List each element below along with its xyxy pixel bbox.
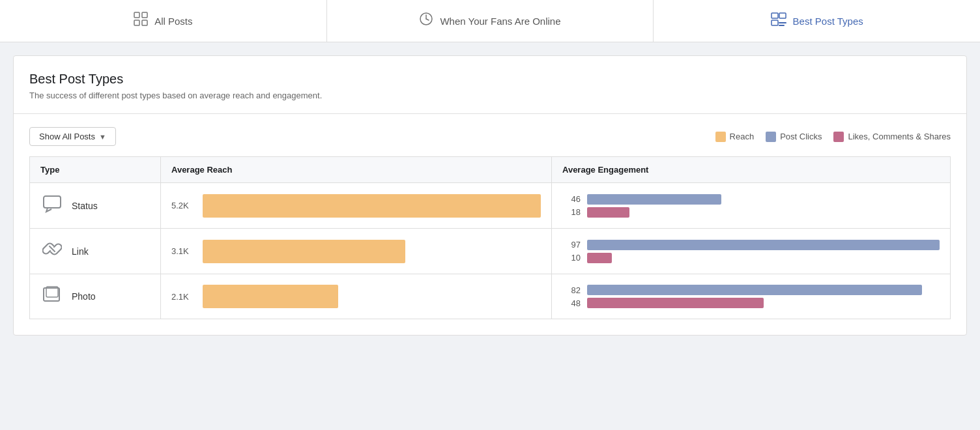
likes-row: 10 bbox=[562, 253, 940, 263]
tab-best-post-types[interactable]: Best Post Types bbox=[654, 0, 980, 42]
likes-bar-wrap bbox=[587, 253, 940, 263]
svg-rect-12 bbox=[44, 196, 61, 208]
table-row: Photo 2.1K 82 48 bbox=[30, 274, 951, 319]
svg-rect-3 bbox=[142, 20, 147, 25]
card-divider bbox=[14, 113, 966, 114]
type-label-link: Link bbox=[72, 246, 89, 257]
type-cell-link: Link bbox=[30, 229, 161, 274]
clicks-value: 46 bbox=[562, 194, 581, 204]
svg-line-6 bbox=[426, 19, 429, 20]
svg-rect-7 bbox=[771, 13, 778, 18]
reach-bar bbox=[203, 240, 405, 263]
clicks-bar bbox=[587, 285, 922, 295]
reach-bar-container bbox=[203, 240, 541, 263]
likes-bar bbox=[587, 253, 612, 263]
likes-bar-wrap bbox=[587, 298, 940, 308]
reach-cell-link: 3.1K bbox=[161, 229, 552, 274]
reach-bar bbox=[203, 285, 338, 308]
legend-clicks-label: Post Clicks bbox=[780, 132, 822, 141]
svg-rect-0 bbox=[134, 12, 139, 18]
clicks-bar-wrap bbox=[587, 194, 940, 205]
legend-clicks-color bbox=[766, 132, 776, 142]
clicks-row: 97 bbox=[562, 240, 940, 250]
likes-value: 10 bbox=[562, 253, 581, 263]
clicks-bar bbox=[587, 240, 940, 250]
main-content: Best Post Types The success of different… bbox=[0, 42, 980, 349]
legend-post-clicks: Post Clicks bbox=[766, 132, 822, 142]
type-cell-status: Status bbox=[30, 183, 161, 229]
reach-value-link: 3.1K bbox=[171, 246, 195, 256]
reach-cell-status: 5.2K bbox=[161, 183, 552, 229]
legend-reach-label: Reach bbox=[730, 132, 755, 141]
tab-all-posts-label: All Posts bbox=[154, 16, 192, 27]
col-avg-engagement: Average Engagement bbox=[552, 157, 951, 183]
table-row: Status 5.2K 46 18 bbox=[30, 183, 951, 229]
likes-bar-wrap bbox=[587, 207, 940, 218]
svg-rect-2 bbox=[134, 20, 139, 25]
clicks-bar-wrap bbox=[587, 240, 940, 250]
status-icon bbox=[40, 194, 64, 218]
svg-rect-1 bbox=[142, 12, 147, 18]
clicks-value: 97 bbox=[562, 240, 581, 250]
link-icon bbox=[40, 239, 64, 263]
type-label-photo: Photo bbox=[72, 291, 96, 302]
type-label-status: Status bbox=[72, 201, 98, 211]
likes-bar bbox=[587, 207, 629, 218]
likes-row: 18 bbox=[562, 207, 940, 218]
clicks-bar bbox=[587, 194, 721, 205]
legend-likes-color bbox=[833, 132, 844, 142]
likes-bar bbox=[587, 298, 764, 308]
controls-row: Show All Posts ▼ Reach Post Clicks Likes… bbox=[29, 127, 951, 146]
reach-bar-container bbox=[203, 285, 541, 308]
post-types-table: Type Average Reach Average Engagement St… bbox=[29, 156, 951, 319]
col-type: Type bbox=[30, 157, 161, 183]
engagement-cell-photo: 82 48 bbox=[552, 274, 951, 319]
grid-icon bbox=[134, 12, 148, 30]
reach-value-photo: 2.1K bbox=[171, 292, 195, 302]
col-avg-reach: Average Reach bbox=[161, 157, 552, 183]
tab-best-post-types-label: Best Post Types bbox=[793, 16, 863, 27]
dropdown-arrow-icon: ▼ bbox=[99, 133, 106, 141]
page-wrapper: All Posts When Your Fans Are Online bbox=[0, 0, 980, 349]
tab-fans-online[interactable]: When Your Fans Are Online bbox=[327, 0, 654, 42]
reach-value-status: 5.2K bbox=[171, 201, 195, 210]
chart-legend: Reach Post Clicks Likes, Comments & Shar… bbox=[715, 132, 951, 142]
likes-value: 48 bbox=[562, 298, 581, 308]
reach-cell-photo: 2.1K bbox=[161, 274, 552, 319]
tab-all-posts[interactable]: All Posts bbox=[0, 0, 327, 42]
engagement-cell-status: 46 18 bbox=[552, 183, 951, 229]
legend-likes-label: Likes, Comments & Shares bbox=[848, 132, 951, 141]
legend-reach: Reach bbox=[715, 132, 755, 142]
clicks-row: 82 bbox=[562, 285, 940, 295]
card-subtitle: The success of different post types base… bbox=[29, 91, 951, 100]
svg-rect-8 bbox=[779, 13, 786, 18]
clicks-value: 82 bbox=[562, 285, 581, 295]
reach-bar bbox=[203, 194, 541, 218]
photo-icon bbox=[40, 285, 64, 308]
likes-row: 48 bbox=[562, 298, 940, 308]
reach-bar-container bbox=[203, 194, 541, 218]
clicks-bar-wrap bbox=[587, 285, 940, 295]
legend-likes-comments-shares: Likes, Comments & Shares bbox=[833, 132, 951, 142]
clock-icon bbox=[419, 12, 433, 30]
type-cell-photo: Photo bbox=[30, 274, 161, 319]
likes-value: 18 bbox=[562, 207, 581, 217]
table-row: Link 3.1K 97 10 bbox=[30, 229, 951, 274]
tab-fans-online-label: When Your Fans Are Online bbox=[440, 16, 560, 27]
card-title: Best Post Types bbox=[29, 72, 951, 87]
engagement-cell-link: 97 10 bbox=[552, 229, 951, 274]
best-post-types-card: Best Post Types The success of different… bbox=[13, 55, 967, 336]
svg-rect-9 bbox=[771, 20, 778, 25]
tab-bar: All Posts When Your Fans Are Online bbox=[0, 0, 980, 42]
show-all-posts-button[interactable]: Show All Posts ▼ bbox=[29, 127, 116, 146]
clicks-row: 46 bbox=[562, 194, 940, 205]
show-all-posts-label: Show All Posts bbox=[39, 132, 95, 141]
legend-reach-color bbox=[715, 132, 726, 142]
chart-icon bbox=[771, 12, 786, 30]
